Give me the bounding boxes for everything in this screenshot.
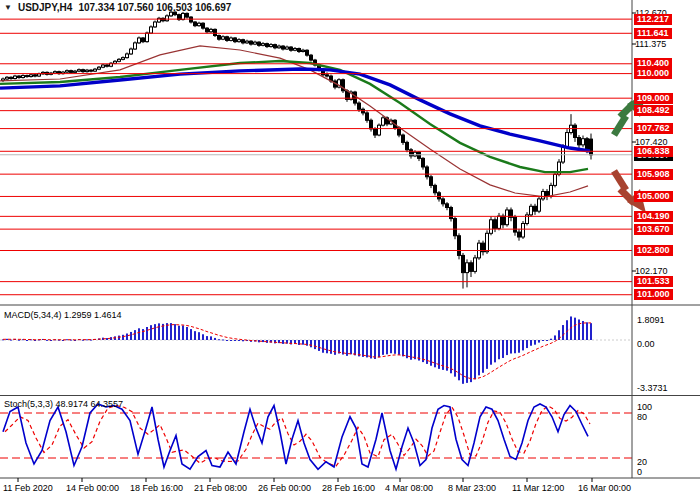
time-axis-label: 14 Feb 00:00 <box>66 483 119 493</box>
candle-body <box>182 13 185 19</box>
macd-bar <box>430 340 432 366</box>
ma-slow-line <box>0 69 590 151</box>
macd-bar <box>458 340 460 380</box>
candle-body <box>354 92 357 103</box>
candle-body <box>486 233 489 251</box>
macd-bar <box>574 318 576 340</box>
level-price-label: 103.670 <box>634 224 673 235</box>
candle-body <box>474 258 477 272</box>
level-price-label: 101.533 <box>634 276 673 287</box>
candle-body <box>198 23 201 25</box>
macd-bar <box>382 340 384 355</box>
candle-body <box>6 77 9 79</box>
candle-body <box>366 113 369 120</box>
macd-bar <box>146 327 148 340</box>
candle-body <box>278 46 281 48</box>
candle-body <box>426 167 429 177</box>
candle-body <box>578 137 581 144</box>
time-axis-label: 8 Mar 23:00 <box>448 483 496 493</box>
macd-bar <box>134 330 136 340</box>
candle-body <box>582 139 585 145</box>
macd-bar <box>318 340 320 351</box>
candle-body <box>38 74 41 76</box>
candle-body <box>370 120 373 129</box>
macd-bar <box>330 340 332 354</box>
macd-bar <box>470 340 472 382</box>
macd-bar <box>182 325 184 340</box>
macd-bar <box>346 340 348 356</box>
candle-body <box>86 70 89 71</box>
macd-bar <box>478 340 480 375</box>
level-price-label: 106.838 <box>634 146 673 157</box>
candle-body <box>10 77 13 78</box>
macd-bar <box>510 340 512 354</box>
level-price-label: 105.000 <box>634 191 673 202</box>
candle-body <box>422 158 425 167</box>
macd-bar <box>170 323 172 340</box>
candle-body <box>214 29 217 35</box>
candle-body <box>70 71 73 73</box>
macd-bar <box>86 339 88 340</box>
chevron-down-icon[interactable]: ▼ <box>4 3 12 12</box>
macd-bar <box>218 339 220 340</box>
level-price-label: 104.190 <box>634 211 673 222</box>
chart-area[interactable] <box>0 0 700 500</box>
candle-body <box>286 47 289 49</box>
macd-bar <box>586 322 588 340</box>
candle-body <box>94 69 97 71</box>
macd-bar <box>554 335 556 340</box>
macd-bar <box>358 340 360 356</box>
candle-body <box>290 47 293 50</box>
macd-scale-label: 0.00 <box>637 339 655 350</box>
candle-body <box>294 49 297 51</box>
candle-body <box>258 42 261 45</box>
macd-bar <box>274 340 276 343</box>
macd-bar <box>66 339 68 340</box>
time-axis-label: 21 Feb 08:00 <box>194 483 247 493</box>
time-axis-label: 16 Mar 00:00 <box>578 483 631 493</box>
chart-header: ▼ USDJPY,H4 107.334 107.560 106.503 106.… <box>4 1 231 14</box>
candle-body <box>218 36 221 40</box>
time-axis-label: 18 Feb 16:00 <box>130 483 183 493</box>
macd-bar <box>230 340 232 341</box>
candle-body <box>118 59 121 61</box>
candle-body <box>154 22 157 27</box>
candle-body <box>18 76 21 77</box>
macd-bar <box>462 340 464 384</box>
candle-body <box>462 255 465 272</box>
candle-body <box>554 174 557 185</box>
macd-bar <box>338 340 340 354</box>
candle-body <box>246 41 249 43</box>
candle-body <box>194 22 197 26</box>
candle-body <box>438 193 441 199</box>
macd-bar <box>326 340 328 353</box>
stoch-indicator-label: Stoch(5,3,3) 48.9174 64.3557 <box>4 399 123 409</box>
macd-bar <box>498 340 500 359</box>
macd-bar <box>538 340 540 343</box>
macd-bar <box>18 340 20 341</box>
time-axis-label: 11 Feb 2020 <box>3 483 53 493</box>
candle-body <box>442 199 445 204</box>
candle-body <box>138 38 141 43</box>
macd-bar <box>522 340 524 350</box>
candle-body <box>458 236 461 256</box>
macd-bar <box>310 340 312 347</box>
macd-bar <box>222 339 224 340</box>
level-price-label: 101.000 <box>634 289 673 300</box>
symbol-title: USDJPY,H4 <box>18 2 72 13</box>
candle-body <box>358 103 361 109</box>
candle-body <box>274 45 277 48</box>
macd-bar <box>550 339 552 340</box>
candle-body <box>114 61 117 63</box>
macd-bar <box>590 323 592 340</box>
candle-body <box>210 29 213 31</box>
level-price-label: 105.908 <box>634 169 673 180</box>
stoch-scale-label: 80 <box>637 412 647 423</box>
candle-body <box>302 50 305 51</box>
candle-body <box>134 43 137 49</box>
macd-bar <box>194 331 196 340</box>
macd-bar <box>46 340 48 341</box>
macd-bar <box>370 340 372 358</box>
macd-bar <box>186 327 188 340</box>
candle-body <box>74 71 77 72</box>
